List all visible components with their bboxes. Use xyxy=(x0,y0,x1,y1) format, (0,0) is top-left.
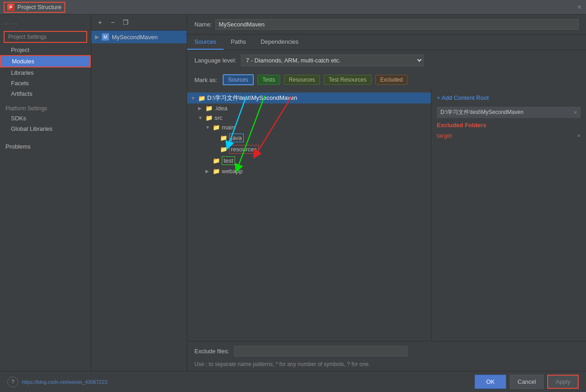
nav-arrows: ← → xyxy=(0,18,91,29)
sidebar-item-global-libraries[interactable]: Global Libraries xyxy=(0,124,91,134)
sidebar-item-facets[interactable]: Facets xyxy=(0,78,91,88)
tree-arrow: ▶ xyxy=(205,169,211,174)
sidebar-item-label: Global Libraries xyxy=(11,125,52,132)
language-level-select[interactable]: 7 - Diamonds, ARM, multi-catch etc. xyxy=(241,55,424,66)
forward-arrow[interactable]: → xyxy=(12,20,18,27)
bottom-toolbar: ? https://blog.csdn.net/weixin_43067223 … xyxy=(0,371,586,392)
excluded-folder-name: target xyxy=(437,132,452,139)
folder-icon: 📁 xyxy=(213,157,220,164)
bottom-right: OK Cancel Apply xyxy=(475,375,579,389)
tree-item-java[interactable]: 📁 java xyxy=(187,132,431,144)
folder-icon: 📁 xyxy=(213,168,220,175)
module-list-item[interactable]: ▶ M MySecondMaven xyxy=(91,31,187,43)
tree-arrow: ▼ xyxy=(191,96,196,101)
markas-label: Mark as: xyxy=(194,77,217,83)
add-content-root-button[interactable]: + Add Content Root xyxy=(437,94,581,101)
folder-icon: 📁 xyxy=(198,95,205,102)
name-label: Name: xyxy=(194,21,212,28)
module-icon: M xyxy=(102,33,109,41)
mark-excluded-button[interactable]: Excluded xyxy=(375,75,408,85)
apply-button[interactable]: Apply xyxy=(547,375,579,389)
tab-sources[interactable]: Sources xyxy=(187,35,224,50)
tree-item-label: .idea xyxy=(215,105,227,112)
tree-item-src[interactable]: ▼ 📁 src xyxy=(187,113,431,123)
markas-row: Mark as: Sources Tests Resources Test Re… xyxy=(187,71,586,89)
tree-item-test[interactable]: 📁 test xyxy=(187,155,431,166)
remove-excluded-icon[interactable]: × xyxy=(577,132,581,139)
content-root-panel: + Add Content Root D:\学习文件\test\MySecond… xyxy=(431,89,586,341)
module-toolbar: + − ❐ xyxy=(91,15,187,31)
sidebar-item-label: Artifacts xyxy=(11,90,32,97)
exclude-files-label: Exclude files: xyxy=(194,348,230,355)
folder-icon: 📁 xyxy=(205,105,213,112)
close-content-root-icon[interactable]: × xyxy=(574,109,577,116)
help-button[interactable]: ? xyxy=(7,377,18,387)
title-bar-left: P Project Structure xyxy=(4,2,65,13)
tree-arrow: ▼ xyxy=(198,115,204,120)
app-logo: P xyxy=(7,4,15,11)
tree-item-label: src xyxy=(215,114,222,121)
tree-item-resources[interactable]: 📁 resources xyxy=(187,144,431,155)
ok-button[interactable]: OK xyxy=(475,375,506,389)
file-tree: ▼ 📁 D:\学习文件\test\MySecondMaven ▶ 📁 .idea… xyxy=(187,89,431,341)
back-arrow[interactable]: ← xyxy=(4,20,10,27)
content-area: Name: Sources Paths Dependencies Languag… xyxy=(187,15,586,371)
tree-arrow: ▼ xyxy=(205,125,211,130)
folder-icon: 📁 xyxy=(213,124,220,131)
sidebar-item-label: SDKs xyxy=(11,115,26,122)
tree-item-webapp[interactable]: ▶ 📁 webapp xyxy=(187,166,431,176)
mark-test-resources-button[interactable]: Test Resources xyxy=(324,75,371,85)
tree-root-path: D:\学习文件\test\MySecondMaven xyxy=(207,94,297,102)
sidebar-item-label: Libraries xyxy=(11,69,34,76)
sidebar: ← → Project Settings Project Modules Lib… xyxy=(0,15,91,371)
tree-item-label: main xyxy=(222,124,235,131)
copy-module-button[interactable]: ❐ xyxy=(120,17,131,27)
title-bar: P Project Structure × xyxy=(0,0,586,15)
sidebar-item-modules[interactable]: Modules xyxy=(0,55,91,67)
folder-icon: 📁 xyxy=(205,114,213,121)
sidebar-item-label: Project xyxy=(11,46,29,53)
tree-arrow: ▶ xyxy=(198,106,204,111)
tab-dependencies[interactable]: Dependencies xyxy=(253,35,306,50)
sidebar-item-project[interactable]: Project xyxy=(0,45,91,55)
folder-icon: 📁 xyxy=(220,134,227,141)
tree-item-label: test xyxy=(222,156,235,165)
project-settings-header: Project Settings xyxy=(4,31,87,43)
add-module-button[interactable]: + xyxy=(95,17,105,27)
tab-paths[interactable]: Paths xyxy=(224,35,253,50)
remove-module-button[interactable]: − xyxy=(108,17,118,27)
sidebar-item-sdks[interactable]: SDKs xyxy=(0,113,91,124)
exclude-files-input[interactable] xyxy=(234,346,408,356)
sidebar-item-artifacts[interactable]: Artifacts xyxy=(0,88,91,99)
excluded-folders-header: Excluded Folders xyxy=(437,122,581,129)
name-row: Name: xyxy=(187,15,586,35)
name-input[interactable] xyxy=(215,19,579,30)
window-title: Project Structure xyxy=(17,4,62,10)
module-panel: + − ❐ ▶ M MySecondMaven xyxy=(91,15,187,371)
tree-item-idea[interactable]: ▶ 📁 .idea xyxy=(187,103,431,113)
exclude-files-row: Exclude files: xyxy=(187,341,586,361)
main-layout: ← → Project Settings Project Modules Lib… xyxy=(0,15,586,371)
tab-bar: Sources Paths Dependencies xyxy=(187,35,586,50)
folder-icon: 📁 xyxy=(220,146,227,153)
mark-tests-button[interactable]: Tests xyxy=(257,75,280,85)
language-level-label: Language level: xyxy=(194,57,236,64)
sidebar-problems: Problems xyxy=(0,141,91,152)
tree-item-label: resources xyxy=(229,145,259,154)
mark-sources-button[interactable]: Sources xyxy=(223,74,254,85)
tree-root[interactable]: ▼ 📁 D:\学习文件\test\MySecondMaven xyxy=(187,93,431,103)
exclude-hint: Use ; to separate name patterns, * for a… xyxy=(187,361,586,371)
mark-resources-button[interactable]: Resources xyxy=(284,75,320,85)
excluded-folder-item: target × xyxy=(437,131,581,140)
content-root-path: D:\学习文件\test\MySecondMaven × xyxy=(437,107,581,118)
sidebar-item-libraries[interactable]: Libraries xyxy=(0,67,91,78)
module-name: MySecondMaven xyxy=(112,34,157,41)
close-button[interactable]: × xyxy=(577,3,581,11)
sidebar-item-label: Facets xyxy=(11,80,29,87)
language-level-row: Language level: 7 - Diamonds, ARM, multi… xyxy=(187,50,586,71)
platform-settings-header: Platform Settings xyxy=(0,103,91,113)
bottom-content: ▼ 📁 D:\学习文件\test\MySecondMaven ▶ 📁 .idea… xyxy=(187,89,586,341)
cancel-button[interactable]: Cancel xyxy=(510,375,544,389)
tree-item-main[interactable]: ▼ 📁 main xyxy=(187,123,431,132)
url-text: https://blog.csdn.net/weixin_43067223 xyxy=(22,379,107,385)
